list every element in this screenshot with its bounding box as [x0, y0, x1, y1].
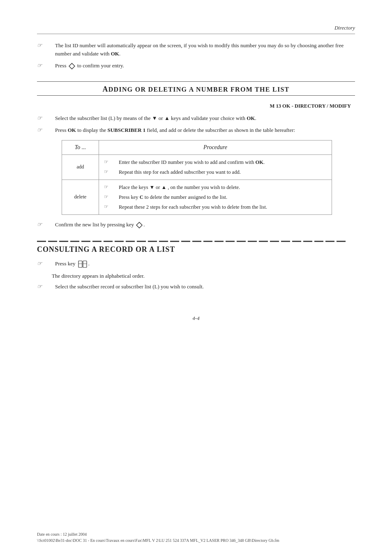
- footer-line-2: \\Sct01002\Be31-doc\DOC 31 - En cours\Tr…: [37, 537, 355, 543]
- consulting-select-text: Select the subscriber record or subscrib…: [55, 283, 355, 291]
- table-row-add: add ☞ Enter the subscriber ID number you…: [62, 154, 332, 180]
- footer-line-1: Date en cours : 12 juillet 2004: [37, 531, 355, 537]
- ok-label-3: OK: [68, 127, 76, 133]
- delete-procedure-3: ☞ Repeat these 2 steps for each subscrib…: [104, 203, 327, 211]
- table-cell-delete-procedures: ☞ Place the keys ▼ or ▲ , on the number …: [99, 180, 332, 214]
- page-number: 4-4: [37, 315, 355, 322]
- delete-procedure-2: ☞ Press key C to delete the number assig…: [104, 193, 327, 201]
- page-footer: Date en cours : 12 juillet 2004 \\Sct010…: [37, 531, 355, 543]
- table-icon-4: ☞: [104, 193, 116, 201]
- table-icon-2: ☞: [104, 168, 116, 176]
- header-title: Directory: [334, 25, 355, 31]
- diamond-key-icon: [69, 63, 75, 69]
- confirm-bullet: ☞ Confirm the new list by pressing key .: [37, 221, 355, 229]
- bottom-divider: [37, 95, 355, 96]
- svg-marker-0: [69, 63, 75, 69]
- intro-text-2: Press to confirm your entry.: [55, 62, 355, 70]
- adding-bullet-2: ☞ Press OK to display the SUBSCRIBER 1 f…: [37, 126, 355, 134]
- adding-text-2: Press OK to display the SUBSCRIBER 1 fie…: [55, 126, 355, 134]
- svg-marker-1: [136, 222, 142, 228]
- script-icon-5: ☞: [37, 221, 52, 228]
- page-header: Directory: [37, 25, 355, 34]
- directory-appears-text: The directory appears in alphabetical or…: [52, 272, 355, 280]
- add-procedure-1: ☞ Enter the subscriber ID number you wis…: [104, 158, 327, 166]
- adding-section-heading: ADDING OR DELETING A NUMBER FROM THE LIS…: [37, 85, 355, 94]
- script-icon-2: ☞: [37, 62, 52, 69]
- add-proc-text-2: Repeat this step for each added subscrib…: [119, 168, 241, 176]
- svg-rect-2: [78, 261, 82, 267]
- adding-bullet-1: ☞ Select the subscriber list (L) by mean…: [37, 114, 355, 122]
- consulting-bullet-1: ☞ Press key .: [37, 260, 355, 268]
- page: Directory ☞ The list ID number will auto…: [0, 0, 392, 555]
- ok-label-2: OK: [247, 115, 255, 121]
- diamond-key-icon-2: [136, 222, 143, 228]
- top-divider: [37, 81, 355, 82]
- script-icon-4: ☞: [37, 127, 52, 134]
- intro-bullet-2: ☞ Press to confirm your entry.: [37, 62, 355, 70]
- consulting-bullet-2: ☞ Select the subscriber record or subscr…: [37, 283, 355, 291]
- table-row-delete: delete ☞ Place the keys ▼ or ▲ , on the …: [62, 180, 332, 214]
- svg-rect-3: [83, 261, 87, 267]
- table-cell-add-procedures: ☞ Enter the subscriber ID number you wis…: [99, 154, 332, 180]
- confirm-text: Confirm the new list by pressing key .: [55, 221, 355, 229]
- table-header-to: To ...: [62, 140, 99, 154]
- table-icon-3: ☞: [104, 183, 116, 191]
- subscriber-label: SUBSCRIBER 1: [107, 127, 145, 133]
- script-icon-6: ☞: [37, 260, 52, 267]
- table-icon-5: ☞: [104, 203, 116, 211]
- script-icon-7: ☞: [37, 283, 52, 290]
- add-procedure-2: ☞ Repeat this step for each added subscr…: [104, 168, 327, 176]
- script-icon-1: ☞: [37, 42, 52, 49]
- adding-section: ADDING OR DELETING A NUMBER FROM THE LIS…: [37, 81, 355, 229]
- sub-label: M 13 OK - DIRECTORY / MODIFY: [37, 103, 355, 109]
- table-cell-add-label: add: [62, 154, 99, 180]
- procedure-table: To ... Procedure add ☞ Enter the subscri…: [62, 140, 332, 215]
- delete-procedure-1: ☞ Place the keys ▼ or ▲ , on the number …: [104, 183, 327, 191]
- add-proc-text-1: Enter the subscriber ID number you wish …: [119, 158, 265, 166]
- intro-bullet-1: ☞ The list ID number will automatically …: [37, 41, 355, 58]
- table-header-procedure: Procedure: [99, 140, 332, 154]
- consulting-press-text: Press key .: [55, 260, 355, 268]
- delete-proc-text-3: Repeat these 2 steps for each subscriber…: [119, 203, 267, 211]
- dashed-separator: [37, 241, 355, 242]
- book-key-icon: [78, 260, 87, 268]
- table-cell-delete-label: delete: [62, 180, 99, 214]
- adding-text-1: Select the subscriber list (L) by means …: [55, 114, 355, 122]
- ok-label: OK: [111, 51, 119, 57]
- script-icon-3: ☞: [37, 115, 52, 122]
- consulting-section: CONSULTING A RECORD OR A LIST ☞ Press ke…: [37, 241, 355, 290]
- intro-section: ☞ The list ID number will automatically …: [37, 41, 355, 70]
- delete-proc-text-2: Press key C to delete the number assigne…: [119, 193, 227, 201]
- delete-proc-text-1: Place the keys ▼ or ▲ , on the number yo…: [119, 183, 240, 191]
- intro-text-1: The list ID number will automatically ap…: [55, 41, 355, 58]
- consulting-heading: CONSULTING A RECORD OR A LIST: [37, 245, 355, 254]
- table-icon-1: ☞: [104, 158, 116, 166]
